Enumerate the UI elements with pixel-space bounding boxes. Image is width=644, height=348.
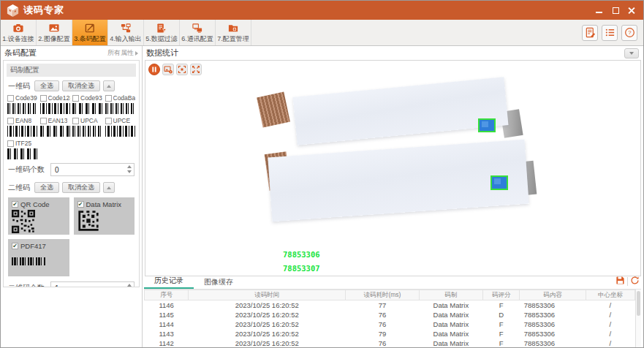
barcode-type-item[interactable]: EAN8 xyxy=(7,117,38,137)
title-bar: 读码专家 xyxy=(1,1,643,20)
oned-collapse-button[interactable] xyxy=(103,80,115,91)
table-scrollbar[interactable] xyxy=(635,290,641,347)
toolbar-tab-2[interactable]: 2.图像配置 xyxy=(37,20,72,45)
detected-datamatrix-region xyxy=(478,118,496,132)
checkbox[interactable] xyxy=(72,118,79,124)
barcode-type-item[interactable]: Code39 xyxy=(7,94,38,114)
checkbox[interactable]: ✔ xyxy=(12,201,18,208)
oned-count-input[interactable] xyxy=(51,166,134,174)
twod-select-all-button[interactable]: 全选 xyxy=(34,182,59,193)
close-button[interactable] xyxy=(628,7,635,14)
log-button[interactable] xyxy=(582,25,598,41)
twod-deselect-all-button[interactable]: 取消全选 xyxy=(62,182,100,193)
minimize-button[interactable] xyxy=(596,7,603,14)
table-cell: F xyxy=(482,338,519,347)
toolbar-tab-7[interactable]: 7.配置管理 xyxy=(216,20,251,45)
image-viewer[interactable]: 78853306 78853307 xyxy=(145,60,641,276)
table-cell: / xyxy=(586,338,634,347)
help-button[interactable]: ? xyxy=(621,25,637,41)
all-properties-link[interactable]: 所有属性 xyxy=(107,48,138,58)
detected-datamatrix-region xyxy=(490,175,508,190)
toolbar-tab-6[interactable]: 6.通讯配置 xyxy=(180,20,216,45)
table-cell: Data Matrix xyxy=(419,300,482,311)
table-row[interactable]: 11432023/10/25 16:20:5279Data MatrixF788… xyxy=(145,329,635,338)
right-panel-title: 数据统计 xyxy=(146,48,178,58)
save-button[interactable] xyxy=(615,275,625,288)
checkbox[interactable] xyxy=(105,95,112,102)
oned-count-spinner[interactable] xyxy=(50,163,135,176)
chevron-up-icon xyxy=(107,85,111,88)
twod-type-tile[interactable]: ✔Data Matrix xyxy=(74,197,135,235)
twod-count-input[interactable] xyxy=(51,284,134,288)
twod-collapse-button[interactable] xyxy=(103,182,115,193)
column-header[interactable]: 码内容 xyxy=(520,290,586,300)
maximize-button[interactable] xyxy=(612,7,619,14)
twod-type-tile[interactable]: ✔QR Code xyxy=(8,197,69,235)
barcode-type-label: EAN13 xyxy=(48,117,68,124)
spin-up-icon[interactable] xyxy=(127,284,132,287)
all-properties-label: 所有属性 xyxy=(107,48,134,58)
spin-up-icon[interactable] xyxy=(127,165,132,168)
barcode-type-item[interactable]: UPCA xyxy=(72,117,103,137)
barcode-type-item[interactable]: Code93 xyxy=(72,94,103,114)
tab-image-cache[interactable]: 图像缓存 xyxy=(194,276,243,289)
table-cell: F xyxy=(482,319,519,329)
image-settings-button[interactable] xyxy=(162,64,174,75)
checkbox[interactable]: ✔ xyxy=(77,201,84,208)
twod-type-label: QR Code xyxy=(20,200,50,208)
scrollbar-thumb[interactable] xyxy=(637,291,640,316)
checkbox[interactable] xyxy=(40,95,47,102)
toolbar-tab-3[interactable]: 3.条码配置 xyxy=(72,20,108,45)
toolbar-tab-5[interactable]: 5.数据过滤 xyxy=(144,20,180,45)
toolbar-tab-1[interactable]: 1.设备连接 xyxy=(1,20,37,45)
toolbar-tab-4[interactable]: 4.输入输出 xyxy=(108,20,144,45)
column-header[interactable]: 读码时间 xyxy=(189,290,346,300)
column-header[interactable]: 读码耗时(ms) xyxy=(346,290,420,300)
barcode-type-item[interactable]: EAN13 xyxy=(40,117,71,137)
barcode-type-item[interactable]: Code128 xyxy=(40,94,71,114)
checkbox[interactable] xyxy=(7,95,14,102)
list-button[interactable] xyxy=(602,25,618,41)
checkbox[interactable] xyxy=(105,118,112,124)
table-cell: 76 xyxy=(346,310,420,319)
barcode-config-panel: 条码配置 所有属性 码制配置 一维码 全选 取消全选 Code39Code128… xyxy=(1,46,143,347)
barcode-type-item[interactable]: CodaBar xyxy=(105,94,136,114)
oned-deselect-all-button[interactable]: 取消全选 xyxy=(62,80,100,91)
barcode-type-item[interactable]: UPCE xyxy=(105,117,136,137)
column-header[interactable]: 中心坐标 xyxy=(586,290,634,300)
barcode-type-item[interactable]: ITF25 xyxy=(7,140,38,159)
table-row[interactable]: 11462023/10/25 16:20:5277Data MatrixF788… xyxy=(145,300,635,311)
chevron-right-icon xyxy=(135,51,138,56)
spin-down-icon[interactable] xyxy=(127,170,132,173)
table-row[interactable]: 11422023/10/25 16:20:5276Data MatrixF788… xyxy=(145,338,635,347)
column-header[interactable]: 码评分 xyxy=(482,290,519,300)
panel-expand-button[interactable] xyxy=(624,48,639,58)
tab-history[interactable]: 历史记录 xyxy=(144,275,194,289)
oned-select-row: 一维码 全选 取消全选 xyxy=(4,78,139,94)
table-row[interactable]: 11452023/10/25 16:20:5276Data MatrixD788… xyxy=(145,310,635,319)
twod-tiles: ✔QR Code✔Data Matrix✔PDF417 xyxy=(4,196,139,278)
column-header[interactable]: 序号 xyxy=(145,290,189,300)
checkbox[interactable] xyxy=(40,118,47,124)
pause-icon xyxy=(150,65,159,74)
table-cell: 76 xyxy=(346,338,420,347)
table-cell: 2023/10/25 16:20:52 xyxy=(189,310,346,319)
table-cell: 2023/10/25 16:20:52 xyxy=(189,338,346,347)
decode-result-text: 78853306 xyxy=(283,250,320,259)
fit-view-button[interactable] xyxy=(176,64,188,75)
checkbox[interactable]: ✔ xyxy=(12,243,18,249)
decode-results: 78853306 78853307 xyxy=(283,250,320,273)
table-cell: 78853306 xyxy=(520,310,586,319)
checkbox[interactable] xyxy=(72,95,79,102)
column-header[interactable]: 码制 xyxy=(419,290,482,300)
fullscreen-button[interactable] xyxy=(190,64,202,75)
table-row[interactable]: 11442023/10/25 16:20:5276Data MatrixF788… xyxy=(145,319,635,329)
clear-button[interactable] xyxy=(630,275,640,288)
oned-select-all-button[interactable]: 全选 xyxy=(34,80,59,91)
checkbox[interactable] xyxy=(7,140,14,147)
twod-count-spinner[interactable] xyxy=(50,281,135,287)
twod-type-tile[interactable]: ✔PDF417 xyxy=(8,239,69,276)
checkbox[interactable] xyxy=(7,118,14,124)
data-statistics-panel: 数据统计 xyxy=(143,46,643,347)
pause-button[interactable] xyxy=(148,64,160,75)
